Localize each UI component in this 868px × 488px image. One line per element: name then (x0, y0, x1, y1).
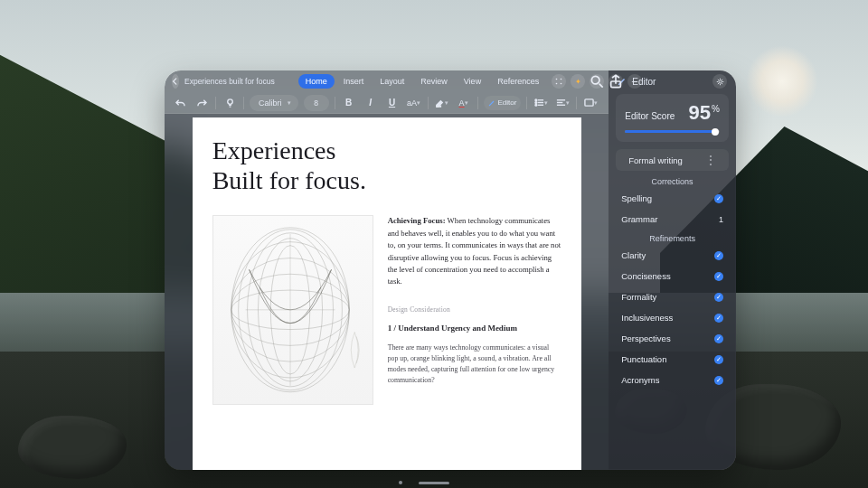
separator (477, 97, 478, 109)
highlight-icon[interactable]: ▾ (434, 95, 450, 111)
check-icon: ✓ (714, 194, 723, 203)
svg-rect-8 (437, 106, 441, 107)
corrections-heading: Corrections (609, 173, 736, 188)
chevron-down-icon: ▾ (288, 99, 291, 107)
refinement-inclusiveness[interactable]: Inclusiveness✓ (609, 307, 736, 328)
separator (428, 97, 429, 109)
title-bar: Experiences built for focus Home Insert … (165, 70, 609, 92)
correction-grammar[interactable]: Grammar 1 (609, 209, 736, 230)
share-icon[interactable] (609, 74, 623, 89)
separator (243, 97, 244, 109)
section-eyebrow: Design Consideration (388, 305, 561, 315)
svg-point-10 (535, 102, 537, 104)
section-heading: 1 / Understand Urgency and Medium (388, 323, 561, 335)
document-illustration (212, 215, 373, 405)
svg-point-11 (535, 104, 537, 106)
font-size-value: 8 (314, 99, 318, 108)
panel-settings-icon[interactable] (712, 74, 727, 89)
underline-button[interactable]: U (384, 95, 401, 111)
undo-icon[interactable] (172, 95, 188, 111)
font-size-select[interactable]: 8 (304, 95, 329, 111)
editor-panel: Editor Editor Score 95% Formal writing ⋮… (609, 70, 736, 470)
separator (335, 97, 335, 109)
svg-point-7 (227, 99, 232, 105)
back-button[interactable] (172, 74, 179, 89)
grammar-count: 1 (719, 215, 723, 224)
search-icon[interactable] (590, 74, 604, 89)
svg-line-5 (599, 84, 603, 88)
svg-point-4 (592, 76, 600, 84)
writing-style-select[interactable]: Formal writing ⋮ (616, 149, 729, 171)
section-body: There are many ways technology communica… (388, 343, 561, 386)
tab-home[interactable]: Home (298, 74, 335, 89)
correction-spelling[interactable]: Spelling ✓ (609, 188, 736, 209)
svg-point-9 (535, 99, 537, 101)
tab-review[interactable]: Review (413, 74, 455, 89)
window-grab-handle[interactable] (399, 481, 469, 484)
svg-point-28 (719, 80, 722, 83)
tab-references[interactable]: References (490, 74, 546, 89)
check-icon: ✓ (714, 251, 723, 260)
tab-layout[interactable]: Layout (373, 74, 411, 89)
styles-icon[interactable]: ▾ (582, 95, 599, 111)
refinement-clarity[interactable]: Clarity✓ (609, 245, 736, 266)
refinement-formality[interactable]: Formality✓ (609, 286, 736, 307)
document-title: Experiences built for focus (184, 77, 275, 86)
writing-style-value: Formal writing (628, 155, 683, 165)
document-page[interactable]: Experiences Built for focus. (193, 117, 581, 470)
editor-chip-label: Editor (498, 99, 517, 107)
svg-point-0 (556, 79, 558, 80)
separator (526, 97, 527, 109)
refinements-heading: Refinements (609, 230, 736, 245)
editor-chip[interactable]: Editor (484, 96, 522, 110)
immersive-view-icon[interactable] (552, 74, 566, 89)
refinement-perspectives[interactable]: Perspectives✓ (609, 328, 736, 349)
font-family-select[interactable]: Calibri ▾ (250, 95, 298, 111)
editor-score-bar (625, 130, 720, 133)
overflow-icon[interactable]: ⋯ (627, 74, 642, 89)
editor-score-value: 95% (689, 101, 720, 125)
separator (576, 97, 577, 109)
svg-point-1 (561, 79, 562, 80)
svg-point-3 (561, 83, 562, 85)
formatting-toolbar: Calibri ▾ 8 B I U aA▾ ▾ A▾ Editor ▾ ▾ ▾ (165, 92, 609, 114)
bullet-list-icon[interactable]: ▾ (533, 95, 549, 111)
refinement-acronyms[interactable]: Acronyms✓ (609, 370, 736, 390)
check-icon: ✓ (714, 355, 723, 364)
redo-icon[interactable] (193, 95, 210, 111)
page-heading: Experiences Built for focus. (212, 136, 561, 195)
svg-rect-18 (585, 99, 593, 106)
refinement-conciseness[interactable]: Conciseness✓ (609, 266, 736, 286)
tab-insert[interactable]: Insert (336, 74, 372, 89)
copilot-icon[interactable]: ✦ (571, 74, 585, 89)
editor-score-card[interactable]: Editor Score 95% (616, 94, 729, 142)
ribbon-tabs: Home Insert Layout Review View Reference… (298, 74, 546, 89)
text-size-icon[interactable]: aA▾ (406, 95, 422, 111)
check-icon: ✓ (714, 376, 723, 385)
italic-button[interactable]: I (363, 95, 379, 111)
lead-paragraph: Achieving Focus: When technology communi… (388, 215, 561, 288)
more-icon: ⋮ (705, 155, 716, 165)
check-icon: ✓ (714, 272, 723, 281)
tab-view[interactable]: View (457, 74, 488, 89)
check-icon: ✓ (714, 314, 723, 323)
refinement-punctuation[interactable]: Punctuation✓ (609, 349, 736, 370)
font-color-icon[interactable]: A▾ (456, 95, 472, 111)
separator (215, 97, 216, 109)
canvas[interactable]: Experiences Built for focus. (165, 114, 609, 470)
svg-point-2 (556, 83, 558, 85)
check-icon: ✓ (714, 293, 723, 302)
font-family-value: Calibri (259, 99, 282, 108)
lightbulb-icon[interactable] (222, 95, 238, 111)
bold-button[interactable]: B (341, 95, 357, 111)
align-icon[interactable]: ▾ (554, 95, 571, 111)
editor-score-label: Editor Score (625, 111, 675, 121)
word-window: Experiences built for focus Home Insert … (165, 70, 736, 470)
check-icon: ✓ (714, 334, 723, 343)
